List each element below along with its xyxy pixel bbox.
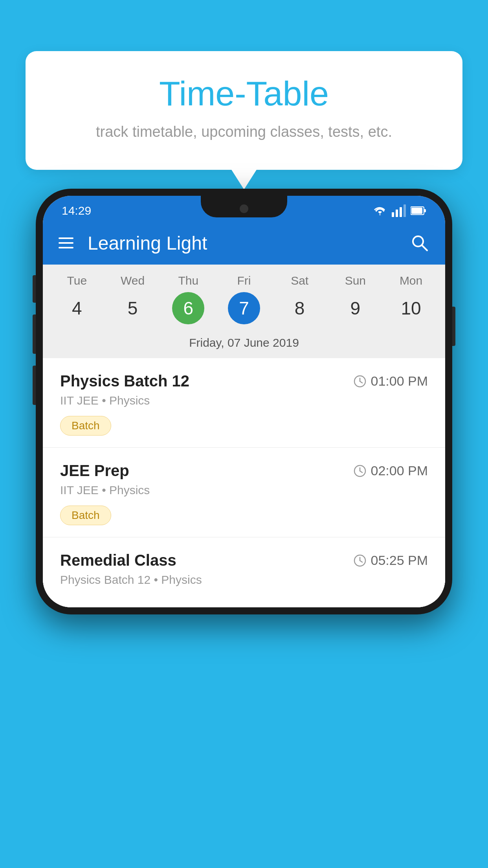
power-button — [452, 307, 455, 346]
schedule-item-header: JEE Prep02:00 PM — [60, 462, 428, 480]
day-col[interactable]: Wed5 — [107, 274, 158, 324]
schedule-item-header: Remedial Class05:25 PM — [60, 552, 428, 569]
day-col[interactable]: Mon10 — [385, 274, 437, 324]
days-row: Tue4Wed5Thu6Fri7Sat8Sun9Mon10 — [43, 274, 445, 324]
day-label: Tue — [67, 274, 87, 287]
schedule-time-text: 01:00 PM — [371, 373, 428, 389]
day-label: Sun — [345, 274, 366, 287]
batch-badge: Batch — [60, 416, 111, 436]
phone-mockup: 14:29 — [36, 189, 452, 614]
day-col[interactable]: Fri7 — [218, 274, 270, 324]
app-bar: Learning Light — [43, 221, 445, 265]
selected-date-label: Friday, 07 June 2019 — [43, 330, 445, 358]
day-number[interactable]: 4 — [61, 292, 93, 324]
status-bar: 14:29 — [43, 196, 445, 221]
schedule-item-subtitle: IIT JEE • Physics — [60, 484, 428, 497]
day-number[interactable]: 10 — [395, 292, 427, 324]
day-number[interactable]: 9 — [339, 292, 371, 324]
mute-button — [33, 275, 36, 303]
day-label: Thu — [178, 274, 198, 287]
day-label: Mon — [400, 274, 422, 287]
svg-line-14 — [360, 471, 362, 473]
schedule-item-title: Physics Batch 12 — [60, 372, 189, 390]
wifi-icon — [373, 205, 387, 216]
day-label: Wed — [121, 274, 145, 287]
phone-frame: 14:29 — [36, 189, 452, 614]
app-title: Learning Light — [88, 232, 396, 254]
schedule-item-time: 01:00 PM — [353, 373, 428, 389]
clock-icon — [353, 375, 367, 388]
svg-rect-5 — [411, 208, 422, 214]
feature-card: Time-Table track timetable, upcoming cla… — [26, 51, 462, 170]
battery-icon — [411, 206, 426, 216]
svg-line-11 — [360, 381, 362, 383]
schedule-list: Physics Batch 1201:00 PMIIT JEE • Physic… — [43, 358, 445, 607]
clock-icon — [353, 554, 367, 567]
clock-icon — [353, 464, 367, 478]
schedule-item-subtitle: Physics Batch 12 • Physics — [60, 573, 428, 587]
schedule-item[interactable]: JEE Prep02:00 PMIIT JEE • PhysicsBatch — [43, 448, 445, 537]
schedule-item[interactable]: Physics Batch 1201:00 PMIIT JEE • Physic… — [43, 358, 445, 448]
day-number[interactable]: 6 — [172, 292, 204, 324]
svg-rect-0 — [392, 212, 394, 217]
day-col[interactable]: Sat8 — [274, 274, 325, 324]
schedule-item-title: JEE Prep — [60, 462, 129, 480]
calendar-strip: Tue4Wed5Thu6Fri7Sat8Sun9Mon10 Friday, 07… — [43, 265, 445, 358]
schedule-item-header: Physics Batch 1201:00 PM — [60, 372, 428, 390]
day-col[interactable]: Sun9 — [330, 274, 381, 324]
day-label: Sat — [291, 274, 308, 287]
schedule-item-title: Remedial Class — [60, 552, 176, 569]
day-label: Fri — [237, 274, 251, 287]
hamburger-menu-button[interactable] — [59, 237, 73, 248]
search-icon[interactable] — [410, 233, 429, 253]
svg-line-8 — [422, 245, 427, 250]
svg-rect-3 — [404, 204, 406, 217]
schedule-item-time: 05:25 PM — [353, 553, 428, 568]
speech-bubble: Time-Table track timetable, upcoming cla… — [26, 51, 462, 170]
schedule-item-time: 02:00 PM — [353, 463, 428, 478]
day-col[interactable]: Tue4 — [51, 274, 103, 324]
svg-rect-2 — [400, 207, 402, 217]
schedule-time-text: 02:00 PM — [371, 463, 428, 478]
day-col[interactable]: Thu6 — [163, 274, 214, 324]
svg-rect-6 — [424, 209, 426, 212]
svg-rect-1 — [396, 210, 398, 217]
schedule-time-text: 05:25 PM — [371, 553, 428, 568]
feature-title: Time-Table — [49, 75, 439, 113]
schedule-item[interactable]: Remedial Class05:25 PMPhysics Batch 12 •… — [43, 537, 445, 607]
volume-up-button — [33, 314, 36, 354]
feature-subtitle: track timetable, upcoming classes, tests… — [49, 121, 439, 142]
day-number[interactable]: 8 — [284, 292, 316, 324]
volume-down-button — [33, 366, 36, 405]
batch-badge: Batch — [60, 506, 111, 525]
svg-line-17 — [360, 561, 362, 562]
status-icons — [373, 204, 426, 217]
day-number[interactable]: 5 — [117, 292, 149, 324]
signal-icon — [392, 204, 406, 217]
day-number[interactable]: 7 — [228, 292, 260, 324]
status-time: 14:29 — [62, 204, 91, 217]
phone-screen: 14:29 — [43, 196, 445, 607]
schedule-item-subtitle: IIT JEE • Physics — [60, 394, 428, 407]
